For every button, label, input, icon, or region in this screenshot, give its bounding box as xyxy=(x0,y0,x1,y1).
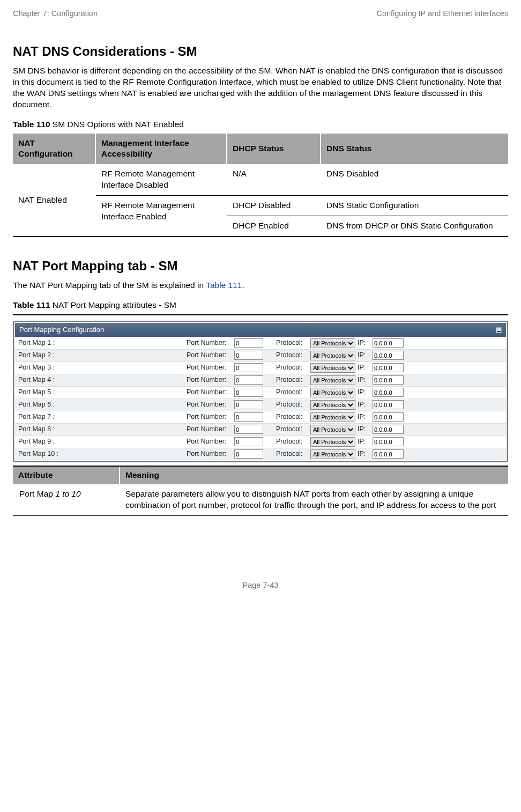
ip-label: IP: xyxy=(358,388,370,397)
port-map-row: Port Map 1 :Port Number:Protocol:All Pro… xyxy=(15,337,506,349)
t110-h0: NAT Configuration xyxy=(13,134,96,165)
t110-r1-dhcp: N/A xyxy=(227,164,321,196)
port-number-input[interactable] xyxy=(234,375,263,385)
ip-label: IP: xyxy=(358,338,370,348)
attr-table-header: Attribute Meaning xyxy=(13,467,508,484)
t110-h2: DHCP Status xyxy=(227,134,321,165)
port-map-row: Port Map 9 :Port Number:Protocol:All Pro… xyxy=(15,435,506,448)
minimize-icon[interactable] xyxy=(496,327,502,333)
port-map-row: Port Map 8 :Port Number:Protocol:All Pro… xyxy=(15,423,506,435)
port-map-label: Port Map 7 : xyxy=(18,412,184,422)
ip-label: IP: xyxy=(358,375,370,385)
port-number-label: Port Number: xyxy=(187,400,232,409)
ip-input[interactable] xyxy=(373,388,404,397)
port-map-label: Port Map 3 : xyxy=(18,363,184,372)
protocol-select[interactable]: All Protocols xyxy=(310,351,355,360)
attr-name-em: 1 to 10 xyxy=(55,489,80,498)
section2-body: The NAT Port Mapping tab of the SM is ex… xyxy=(13,280,508,291)
t110-r3-dns: DNS from DHCP or DNS Static Configuratio… xyxy=(321,216,508,237)
port-number-input[interactable] xyxy=(234,437,263,446)
protocol-label: Protocol: xyxy=(276,388,308,397)
protocol-select[interactable]: All Protocols xyxy=(310,437,355,447)
table110-caption-rest: SM DNS Options with NAT Enabled xyxy=(50,120,184,129)
ip-label: IP: xyxy=(358,425,370,434)
port-map-label: Port Map 8 : xyxy=(18,425,184,434)
port-map-row: Port Map 2 :Port Number:Protocol:All Pro… xyxy=(15,349,506,361)
section2-title: NAT Port Mapping tab - SM xyxy=(13,257,508,275)
port-number-label: Port Number: xyxy=(187,449,232,459)
port-number-input[interactable] xyxy=(234,363,263,372)
ip-label: IP: xyxy=(358,437,370,446)
protocol-label: Protocol: xyxy=(276,351,308,360)
table111-link[interactable]: Table 111 xyxy=(206,280,242,290)
ip-label: IP: xyxy=(358,449,370,459)
port-mapping-figure: Port Mapping Configuration Port Map 1 :P… xyxy=(13,321,508,462)
section2-body-pre: The NAT Port Mapping tab of the SM is ex… xyxy=(13,280,206,290)
port-map-row: Port Map 7 :Port Number:Protocol:All Pro… xyxy=(15,411,506,423)
panel-header: Port Mapping Configuration xyxy=(15,323,506,337)
table110-caption-bold: Table 110 xyxy=(13,120,50,129)
port-number-input[interactable] xyxy=(234,338,263,348)
port-map-label: Port Map 1 : xyxy=(18,338,184,348)
t110-r2-dns: DNS Static Configuration xyxy=(321,196,508,216)
port-number-label: Port Number: xyxy=(187,338,232,348)
page-header: Chapter 7: Configuration Configuring IP … xyxy=(13,9,508,19)
t110-r1-dns: DNS Disabled xyxy=(321,164,508,196)
page-footer: Page 7-43 xyxy=(13,580,508,591)
t110-r2-dhcp: DHCP Disabled xyxy=(227,196,321,216)
protocol-select[interactable]: All Protocols xyxy=(310,400,355,410)
protocol-label: Protocol: xyxy=(276,437,308,446)
protocol-label: Protocol: xyxy=(276,400,308,409)
ip-input[interactable] xyxy=(373,437,404,446)
port-number-input[interactable] xyxy=(234,351,263,360)
protocol-select[interactable]: All Protocols xyxy=(310,412,355,422)
table110-caption: Table 110 SM DNS Options with NAT Enable… xyxy=(13,119,508,130)
port-number-label: Port Number: xyxy=(187,363,232,372)
ip-input[interactable] xyxy=(373,351,404,360)
table111-caption-rest: NAT Port Mapping attributes - SM xyxy=(50,300,176,309)
header-left-text: Chapter 7: Configuration xyxy=(13,9,98,19)
port-number-input[interactable] xyxy=(234,388,263,397)
port-map-label: Port Map 2 : xyxy=(18,351,184,360)
protocol-select[interactable]: All Protocols xyxy=(310,363,355,373)
table111-top-rule xyxy=(13,314,508,315)
ip-input[interactable] xyxy=(373,375,404,385)
port-number-input[interactable] xyxy=(234,400,263,409)
t110-r3-dhcp: DHCP Enabled xyxy=(227,216,321,237)
protocol-select[interactable]: All Protocols xyxy=(310,375,355,385)
attr-h0: Attribute xyxy=(13,467,120,484)
t110-col1: NAT Enabled xyxy=(13,164,96,237)
ip-input[interactable] xyxy=(373,400,404,409)
port-map-label: Port Map 4 : xyxy=(18,375,184,385)
ip-input[interactable] xyxy=(373,363,404,372)
protocol-select[interactable]: All Protocols xyxy=(310,449,355,459)
port-map-row: Port Map 5 :Port Number:Protocol:All Pro… xyxy=(15,386,506,398)
section1-title: NAT DNS Considerations - SM xyxy=(13,43,508,60)
section2-body-post: . xyxy=(242,280,244,290)
ip-input[interactable] xyxy=(373,412,404,422)
port-map-label: Port Map 10 : xyxy=(18,449,184,459)
protocol-select[interactable]: All Protocols xyxy=(310,338,355,348)
t110-h3: DNS Status xyxy=(321,134,508,165)
ip-input[interactable] xyxy=(373,425,404,434)
t110-r2-mgmt: RF Remote Management Interface Enabled xyxy=(96,196,227,237)
attr-row-1: Port Map 1 to 10 Separate parameters all… xyxy=(13,484,508,516)
protocol-select[interactable]: All Protocols xyxy=(310,425,355,434)
port-number-label: Port Number: xyxy=(187,351,232,360)
attr-h1: Meaning xyxy=(120,467,508,484)
port-number-input[interactable] xyxy=(234,425,263,434)
table111-caption: Table 111 NAT Port Mapping attributes - … xyxy=(13,300,508,311)
port-number-input[interactable] xyxy=(234,449,263,459)
protocol-select[interactable]: All Protocols xyxy=(310,388,355,397)
ip-input[interactable] xyxy=(373,338,404,348)
ip-input[interactable] xyxy=(373,449,404,459)
port-number-label: Port Number: xyxy=(187,388,232,397)
port-number-input[interactable] xyxy=(234,412,263,422)
header-right-text: Configuring IP and Ethernet interfaces xyxy=(376,9,508,19)
protocol-label: Protocol: xyxy=(276,338,308,348)
t110-h1: Management Interface Accessibility xyxy=(96,134,227,165)
table111-caption-bold: Table 111 xyxy=(13,300,50,309)
port-map-label: Port Map 9 : xyxy=(18,437,184,446)
protocol-label: Protocol: xyxy=(276,375,308,385)
port-number-label: Port Number: xyxy=(187,437,232,446)
